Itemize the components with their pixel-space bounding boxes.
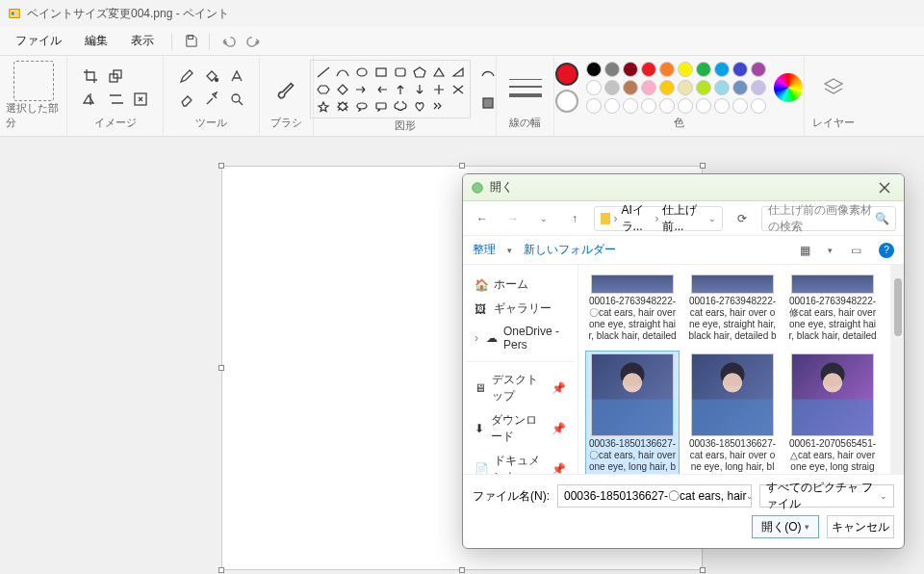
color-swatch[interactable] xyxy=(641,80,656,95)
pencil-icon[interactable] xyxy=(175,65,198,87)
color-swatch[interactable] xyxy=(751,62,766,77)
svg-rect-10 xyxy=(396,68,405,76)
file-item[interactable]: 00016-2763948222-〇cat ears, hair over on… xyxy=(586,273,679,344)
file-item[interactable]: 00061-2070565451-△cat ears, hair over on… xyxy=(786,352,879,474)
color-swatch[interactable] xyxy=(714,80,730,95)
refresh-icon[interactable]: ⟳ xyxy=(731,207,754,230)
rotate-icon[interactable] xyxy=(129,65,152,87)
sidebar-document[interactable]: 📄ドキュメント📌 xyxy=(467,449,574,474)
sidebar-onedrive[interactable]: ›☁OneDrive - Pers xyxy=(467,321,574,355)
sidebar-home[interactable]: 🏠ホーム xyxy=(467,273,574,297)
brush-tool[interactable] xyxy=(270,70,304,105)
color-swatch-empty[interactable] xyxy=(714,98,730,114)
undo-icon[interactable] xyxy=(216,29,241,54)
color-swatch[interactable] xyxy=(696,80,711,95)
folder-icon xyxy=(601,213,610,224)
color-swatch[interactable] xyxy=(604,80,620,95)
canvas-icon[interactable] xyxy=(129,89,152,110)
crop-icon[interactable] xyxy=(79,65,102,87)
layers-icon[interactable] xyxy=(822,77,845,98)
svg-point-8 xyxy=(357,68,367,76)
color-swatch-empty[interactable] xyxy=(678,98,693,114)
text-icon[interactable] xyxy=(225,65,248,87)
color-swatch-empty[interactable] xyxy=(641,98,656,114)
color-swatch[interactable] xyxy=(659,62,675,77)
cancel-button[interactable]: キャンセル xyxy=(827,515,894,538)
color-primary[interactable] xyxy=(555,63,578,86)
shapes-gallery[interactable] xyxy=(310,60,471,118)
dialog-icon xyxy=(471,181,484,195)
color-swatch[interactable] xyxy=(604,62,620,77)
nav-up-icon[interactable]: ↑ xyxy=(563,207,586,230)
eyedropper-icon[interactable] xyxy=(200,89,223,110)
newfolder-button[interactable]: 新しいフォルダー xyxy=(524,242,616,258)
sidebar: 🏠ホーム 🖼ギャラリー ›☁OneDrive - Pers 🖥デスクトップ📌 ⬇… xyxy=(463,265,578,474)
sidebar-desktop[interactable]: 🖥デスクトップ📌 xyxy=(467,368,574,408)
color-picker-icon[interactable] xyxy=(774,73,803,102)
color-swatch[interactable] xyxy=(659,80,675,95)
svg-rect-12 xyxy=(376,103,386,109)
menu-bar: ファイル 編集 表示 xyxy=(0,27,924,56)
flip-icon[interactable] xyxy=(79,89,102,110)
color-swatch[interactable] xyxy=(696,62,711,77)
stroke-width[interactable] xyxy=(505,75,546,101)
ribbon: 選択した部分 イメージ ツール xyxy=(0,56,924,137)
skew-icon[interactable] xyxy=(104,89,127,110)
color-secondary[interactable] xyxy=(555,90,578,113)
search-input[interactable]: 仕上げ前の画像素材の検索🔍 xyxy=(761,206,896,231)
close-icon[interactable] xyxy=(873,176,896,199)
color-swatch[interactable] xyxy=(751,80,766,95)
title-bar: ペイントサイズ変更004.png - ペイント xyxy=(0,0,924,27)
resize-icon[interactable] xyxy=(104,65,127,87)
fill-icon[interactable] xyxy=(200,65,223,87)
color-palette[interactable] xyxy=(586,62,766,114)
color-swatch[interactable] xyxy=(714,62,730,77)
organize-menu[interactable]: 整理 xyxy=(473,242,496,258)
color-swatch[interactable] xyxy=(641,62,656,77)
color-swatch-empty[interactable] xyxy=(659,98,675,114)
menu-file[interactable]: ファイル xyxy=(4,27,73,55)
color-swatch[interactable] xyxy=(732,62,748,77)
ribbon-selection-label: 選択した部分 xyxy=(6,101,61,132)
color-swatch-empty[interactable] xyxy=(696,98,711,114)
svg-point-6 xyxy=(215,79,218,82)
svg-point-7 xyxy=(232,94,240,102)
nav-recent-icon[interactable]: ⌄ xyxy=(532,207,555,230)
color-swatch[interactable] xyxy=(586,62,602,77)
ribbon-shape-label: 図形 xyxy=(395,118,416,135)
zoom-icon[interactable] xyxy=(225,89,248,110)
menu-edit[interactable]: 編集 xyxy=(73,27,119,55)
nav-forward-icon[interactable]: → xyxy=(501,207,525,230)
sidebar-download[interactable]: ⬇ダウンロード📌 xyxy=(467,408,574,449)
scrollbar[interactable] xyxy=(890,265,904,474)
sidebar-gallery[interactable]: 🖼ギャラリー xyxy=(467,297,574,321)
color-swatch[interactable] xyxy=(623,80,638,95)
color-swatch-empty[interactable] xyxy=(623,98,638,114)
file-item-selected[interactable]: 00036-1850136627-〇cat ears, hair over on… xyxy=(586,352,679,474)
save-icon[interactable] xyxy=(178,29,203,54)
file-item[interactable]: 00016-2763948222-cat ears, hair over one… xyxy=(686,273,779,344)
color-swatch[interactable] xyxy=(586,80,602,95)
selection-tool[interactable] xyxy=(13,61,54,101)
help-icon[interactable]: ? xyxy=(879,243,894,258)
color-swatch[interactable] xyxy=(678,80,693,95)
redo-icon[interactable] xyxy=(241,29,266,54)
color-swatch[interactable] xyxy=(623,62,638,77)
eraser-icon[interactable] xyxy=(175,89,198,110)
view-list-icon[interactable]: ▦ xyxy=(793,239,816,262)
view-preview-icon[interactable]: ▭ xyxy=(844,239,867,262)
color-swatch-empty[interactable] xyxy=(586,98,602,114)
color-swatch[interactable] xyxy=(732,80,748,95)
filename-input[interactable]: 00036-1850136627-〇cat ears, hair⌄ xyxy=(557,484,752,508)
menu-view[interactable]: 表示 xyxy=(119,27,166,55)
color-swatch-empty[interactable] xyxy=(751,98,766,114)
color-swatch-empty[interactable] xyxy=(604,98,620,114)
filetype-select[interactable]: すべてのピクチャ ファイル⌄ xyxy=(759,484,894,508)
breadcrumb[interactable]: › AIイラ... › 仕上げ前... ⌄ xyxy=(594,206,723,231)
file-item[interactable]: 00036-1850136627-cat ears, hair over one… xyxy=(686,352,779,474)
color-swatch[interactable] xyxy=(678,62,693,77)
color-swatch-empty[interactable] xyxy=(732,98,748,114)
nav-back-icon[interactable]: ← xyxy=(471,207,494,230)
file-item[interactable]: 00016-2763948222-修cat ears, hair over on… xyxy=(786,273,879,344)
open-button[interactable]: 開く(O) ▾ xyxy=(752,515,819,538)
